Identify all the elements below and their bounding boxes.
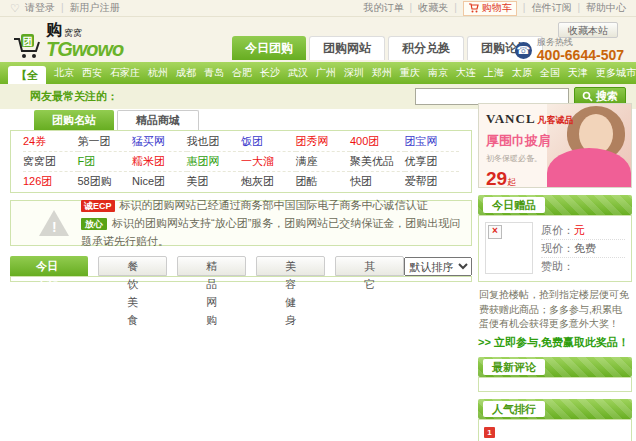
city-link[interactable]: 北京: [54, 66, 74, 80]
topbar-left: ♡ 请登录 新用户注册: [10, 1, 119, 15]
gift-participate-link[interactable]: >> 立即参与,免费赢取此奖品！: [478, 335, 632, 350]
groupon-site-link[interactable]: 满座: [296, 152, 351, 172]
cart-label: 购物车: [482, 1, 512, 15]
main-content: 团购名站 精品商城 24券第一团猛买网我也团饭团团秀网400团团宝网窝窝团F团糯…: [10, 110, 472, 282]
groupon-site-link[interactable]: 炮灰团: [241, 172, 296, 191]
favorites-link[interactable]: 收藏夹: [418, 1, 463, 15]
groupon-site-link[interactable]: 团酷: [296, 172, 351, 191]
filter-tab[interactable]: 精品网购: [177, 256, 246, 276]
groupon-site-link[interactable]: 聚美优品: [350, 152, 405, 172]
logo-wowo: 窝窝: [64, 29, 82, 38]
groupon-site-link[interactable]: 24券: [23, 132, 78, 152]
main-nav: 今日团购 团购网站积分兑换团购论坛: [232, 36, 543, 60]
my-orders-link[interactable]: 我的订单: [364, 1, 419, 15]
city-link[interactable]: 天津: [568, 66, 588, 80]
city-link[interactable]: 郑州: [372, 66, 392, 80]
groupon-site-link[interactable]: 爱帮团: [405, 172, 460, 191]
region-tab-national[interactable]: 【全国】: [8, 66, 46, 84]
subscribe-link[interactable]: 信件订阅: [523, 1, 586, 15]
groupon-site-link[interactable]: 我也团: [187, 132, 242, 152]
ad-brand: VANCL: [486, 111, 536, 126]
groupon-site-link[interactable]: 400团: [350, 132, 405, 152]
groupon-site-link[interactable]: 团秀网: [296, 132, 351, 152]
tab-groupon-sites[interactable]: 团购名站: [34, 110, 114, 130]
groupon-site-link[interactable]: 优享团: [405, 152, 460, 172]
city-link[interactable]: 重庆: [400, 66, 420, 80]
notice-line-1: 诚ECP标识的团购网站已经通过商务部中国国际电子商务中心诚信认证: [81, 196, 463, 214]
search-button-label: 搜索: [596, 89, 618, 104]
cart-link[interactable]: 购物车: [463, 1, 517, 16]
notice-text-1: 标识的团购网站已经通过商务部中国国际电子商务中心诚信认证: [120, 199, 428, 211]
filter-tab[interactable]: 美容健身: [256, 256, 325, 276]
ranking-section-title[interactable]: 人气排行: [483, 401, 545, 417]
city-link[interactable]: 杭州: [148, 66, 168, 80]
heart-icon: ♡: [10, 2, 20, 15]
city-link[interactable]: 南京: [428, 66, 448, 80]
groupon-site-link[interactable]: 快团: [350, 172, 405, 191]
login-link[interactable]: 请登录: [25, 1, 70, 15]
gift-field-label: 赞助：: [541, 258, 574, 275]
gift-section-title[interactable]: 今日赠品: [483, 197, 545, 213]
groupon-site-link[interactable]: 窝窝团: [23, 152, 78, 172]
city-link[interactable]: 太原: [512, 66, 532, 80]
city-link[interactable]: 全国: [540, 66, 560, 80]
city-link[interactable]: 成都: [176, 66, 196, 80]
logo-gou: 购: [46, 22, 62, 38]
groupon-site-link[interactable]: 126团: [23, 172, 78, 191]
groupon-site-link[interactable]: 美团: [187, 172, 242, 191]
ecp-badge: 诚ECP: [81, 200, 115, 212]
city-link[interactable]: 更多城市: [596, 66, 636, 80]
city-bar: 【全国】 北京西安石家庄杭州成都青岛合肥长沙武汉广州深圳郑州重庆南京大连上海太原…: [0, 62, 636, 84]
city-link[interactable]: 西安: [82, 66, 102, 80]
gift-section-header: 今日赠品: [478, 195, 632, 215]
city-link[interactable]: 石家庄: [110, 66, 140, 80]
nav-tab[interactable]: 团购网站: [309, 36, 385, 60]
sort-select[interactable]: 默认排序: [404, 257, 472, 276]
filter-tab[interactable]: 餐饮美食: [98, 256, 167, 276]
nav-tab-today-groupon[interactable]: 今日团购: [232, 36, 306, 60]
city-link[interactable]: 大连: [456, 66, 476, 80]
city-link[interactable]: 上海: [484, 66, 504, 80]
page: ♡ 请登录 新用户注册 我的订单 收藏夹 购物车 信件订阅 帮助中心 团: [0, 0, 636, 441]
bookmark-site-button[interactable]: 收藏本站: [558, 22, 618, 38]
site-logo[interactable]: 团 购 窝窝 TGwowo: [12, 22, 123, 59]
city-link[interactable]: 长沙: [260, 66, 280, 80]
groupon-site-link[interactable]: 一大溜: [241, 152, 296, 172]
svg-text:团: 团: [23, 36, 33, 47]
groupon-site-link[interactable]: 猛买网: [132, 132, 187, 152]
tab-boutique-mall[interactable]: 精品商城: [117, 110, 199, 130]
filter-tab-all-today[interactable]: 今日全部: [10, 256, 88, 276]
gift-field-row: 现价： 免费: [541, 240, 625, 258]
help-link[interactable]: 帮助中心: [586, 1, 626, 15]
city-list: 北京西安石家庄杭州成都青岛合肥长沙武汉广州深圳郑州重庆南京大连上海太原全国天津更…: [54, 62, 636, 84]
city-link[interactable]: 合肥: [232, 66, 252, 80]
gift-description: 回复抢楼帖，抢到指定楼层便可免费获赠此商品；多多参与,积累电蛋便有机会获得更多意…: [479, 288, 631, 332]
groupon-site-link[interactable]: 惠团网: [187, 152, 242, 172]
comments-section-title[interactable]: 最新评论: [483, 359, 545, 375]
groupon-site-link[interactable]: 第一团: [78, 132, 133, 152]
sidebar: VANCL凡客诚品 厚围巾披肩 初冬保暖必备。 29起 今日赠品 原价： 元 现…: [478, 103, 632, 441]
register-link[interactable]: 新用户注册: [69, 1, 119, 15]
ranking-item[interactable]: 1: [484, 427, 626, 438]
groupon-site-link[interactable]: 糯米团: [132, 152, 187, 172]
city-link[interactable]: 武汉: [288, 66, 308, 80]
filter-tab[interactable]: 其它: [335, 256, 404, 276]
groupon-site-link[interactable]: 团宝网: [405, 132, 460, 152]
search-label: 网友最常关注的：: [30, 89, 118, 104]
logo-text: 购 窝窝 TGwowo: [46, 22, 123, 59]
city-link[interactable]: 广州: [316, 66, 336, 80]
broken-image-icon: [488, 225, 502, 239]
ad-title: 厚围巾披肩: [486, 132, 574, 150]
groupon-site-link[interactable]: Nice团: [132, 172, 187, 191]
city-link[interactable]: 青岛: [204, 66, 224, 80]
groupon-site-link[interactable]: F团: [78, 152, 133, 172]
groupon-site-link[interactable]: 饭团: [241, 132, 296, 152]
gift-fields: 原价： 元 现价： 免费 赞助：: [541, 222, 625, 275]
city-link[interactable]: 深圳: [344, 66, 364, 80]
groupon-site-link[interactable]: 58团购: [78, 172, 133, 191]
notice-line-2: 放心标识的团购网站支持“放心团”服务，团购网站已交纳保证金，团购出现问题承诺先行…: [81, 214, 463, 250]
vancl-ad-banner[interactable]: VANCL凡客诚品 厚围巾披肩 初冬保暖必备。 29起: [478, 103, 632, 188]
nav-tab[interactable]: 积分兑换: [388, 36, 464, 60]
service-hotline: ☎ 服务热线 400-6644-507: [515, 38, 624, 63]
logo-cart-icon: 团: [12, 33, 42, 59]
